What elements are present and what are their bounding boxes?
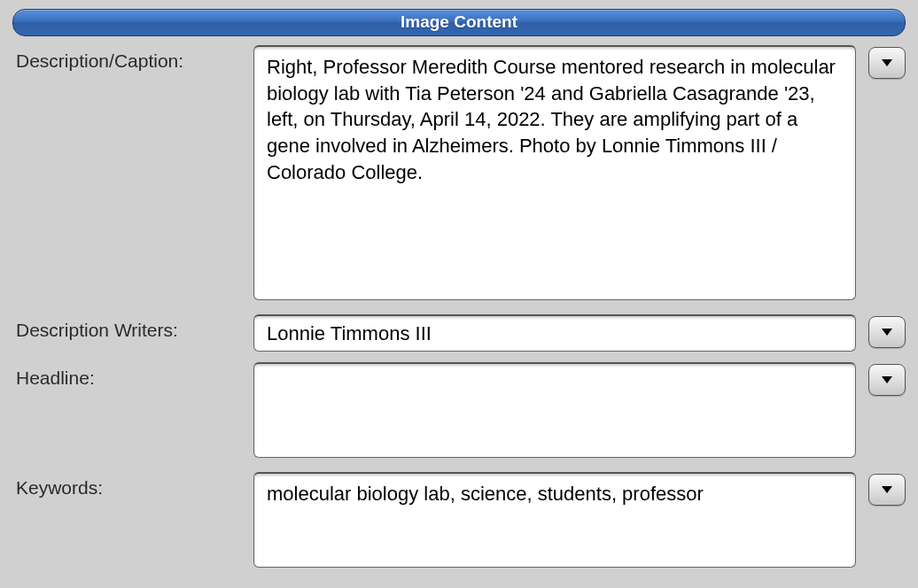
headline-row: Headline: xyxy=(12,362,906,461)
chevron-down-icon xyxy=(881,485,893,494)
svg-marker-2 xyxy=(882,376,892,383)
description-dropdown-button[interactable] xyxy=(868,47,906,79)
headline-label: Headline: xyxy=(12,362,253,389)
image-content-panel: Image Content Description/Caption: Descr… xyxy=(0,0,918,588)
writers-label: Description Writers: xyxy=(12,314,253,341)
chevron-down-icon xyxy=(881,328,893,337)
writers-input[interactable] xyxy=(253,314,856,352)
section-header: Image Content xyxy=(12,9,906,36)
svg-marker-0 xyxy=(882,59,892,66)
writers-dropdown-button[interactable] xyxy=(868,316,906,348)
headline-input[interactable] xyxy=(253,362,856,458)
headline-dropdown-button[interactable] xyxy=(868,364,906,396)
keywords-row: Keywords: xyxy=(12,472,906,571)
writers-row: Description Writers: xyxy=(12,314,906,352)
chevron-down-icon xyxy=(881,58,893,67)
description-label: Description/Caption: xyxy=(12,45,253,72)
keywords-dropdown-button[interactable] xyxy=(868,474,906,506)
chevron-down-icon xyxy=(881,375,893,384)
description-row: Description/Caption: xyxy=(12,45,906,304)
svg-marker-1 xyxy=(882,329,892,336)
svg-marker-3 xyxy=(882,486,892,493)
description-input[interactable] xyxy=(253,45,856,300)
keywords-label: Keywords: xyxy=(12,472,253,499)
keywords-input[interactable] xyxy=(253,472,856,568)
